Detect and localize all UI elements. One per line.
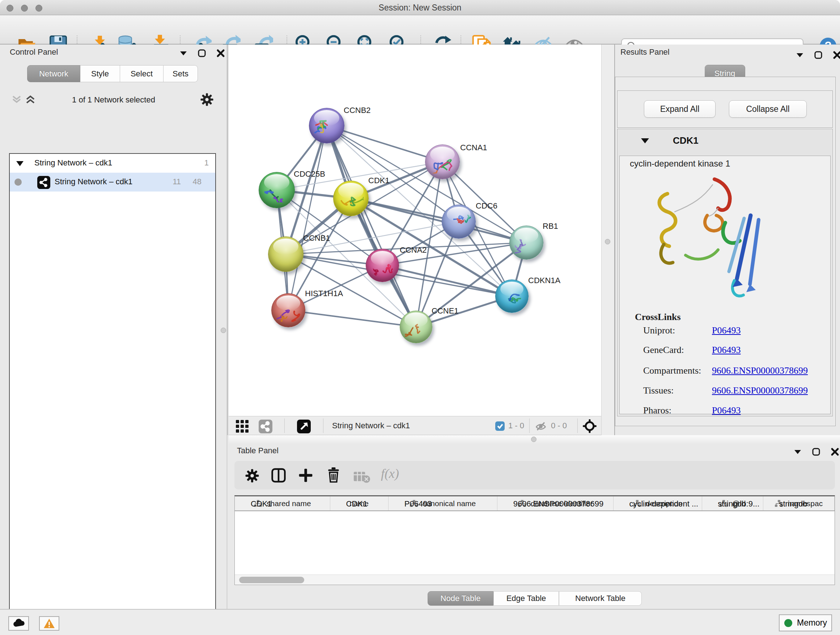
node-label-RB1: RB1 xyxy=(543,222,558,231)
memory-button[interactable]: Memory xyxy=(779,614,832,631)
crosslink-value[interactable]: P06493 xyxy=(712,405,741,416)
network-node-CCNA1[interactable] xyxy=(425,144,460,179)
network-node-CDC6[interactable] xyxy=(442,204,476,239)
results-panel: Results Panel String Expand All Collapse… xyxy=(615,44,840,435)
network-view-toolbar: String Network – cdk1 1 - 0 0 - 0 xyxy=(229,416,601,435)
collapse-gene-icon[interactable] xyxy=(640,137,650,144)
left-splitter[interactable] xyxy=(227,44,229,435)
gene-description: cyclin-dependent kinase 1 xyxy=(630,158,730,169)
close-panel-icon[interactable] xyxy=(831,448,839,456)
network-tree-row[interactable]: String Network – cdk11148 xyxy=(10,173,215,192)
network-tree-row[interactable]: String Network – cdk11 xyxy=(10,154,215,173)
float-panel-icon[interactable] xyxy=(812,448,821,456)
node-label-HIST1H1A: HIST1H1A xyxy=(305,289,343,298)
network-view-canvas[interactable]: CCNB2CCNA1CDC25BCDK1CDC6RB1CCNB1CCNA2CDK… xyxy=(229,44,601,416)
close-panel-icon[interactable] xyxy=(833,51,840,59)
node-label-CCNE1: CCNE1 xyxy=(431,306,459,316)
horizontal-splitter-handle[interactable] xyxy=(531,437,537,442)
window-titlebar[interactable]: Session: New Session xyxy=(0,0,840,15)
crosslink-value[interactable]: 9606.ENSP00000378699 xyxy=(712,365,808,376)
network-icon xyxy=(37,176,50,189)
selected-checkbox-icon[interactable] xyxy=(495,421,505,431)
network-edge xyxy=(288,126,327,310)
crosslink-value[interactable]: P06493 xyxy=(712,325,741,336)
node-label-CDC6: CDC6 xyxy=(476,201,497,211)
memory-label: Memory xyxy=(797,618,827,628)
node-table: shared namenamecanonical namedatabase id… xyxy=(234,495,835,585)
network-node-CCNB1[interactable] xyxy=(268,236,303,272)
crosslink-label: Uniprot: xyxy=(643,325,675,336)
right-splitter-handle[interactable] xyxy=(605,239,610,244)
network-options-gear-icon[interactable] xyxy=(200,92,214,107)
collection-name: String Network – cdk1 xyxy=(34,158,112,168)
network-name: String Network – cdk1 xyxy=(55,177,133,187)
network-node-HIST1H1A[interactable] xyxy=(271,293,305,327)
main-toolbar: ? xyxy=(0,15,840,44)
tab-style[interactable]: Style xyxy=(80,65,120,82)
network-edge xyxy=(288,310,416,327)
tab-network-table[interactable]: Network Table xyxy=(559,591,642,606)
collapse-all-button[interactable]: Collapse All xyxy=(729,100,807,118)
crosslink-value[interactable]: P06493 xyxy=(712,345,741,356)
scrollbar-thumb[interactable] xyxy=(239,577,304,583)
collapse-caret-icon[interactable] xyxy=(16,160,24,167)
network-node-CDKN1A[interactable] xyxy=(495,279,529,313)
status-bar: Memory xyxy=(0,609,840,635)
fit-selected-crosshair-icon[interactable] xyxy=(583,419,597,433)
network-node-CDK1[interactable] xyxy=(333,181,369,216)
float-menu-icon[interactable] xyxy=(180,50,187,56)
crosslink-label: Pharos: xyxy=(643,405,671,416)
network-node-CCNB2[interactable] xyxy=(309,108,344,143)
float-menu-icon[interactable] xyxy=(796,52,804,58)
network-share-icon[interactable] xyxy=(259,420,272,433)
float-panel-icon[interactable] xyxy=(197,49,206,57)
protein-structure-image xyxy=(642,172,780,313)
warnings-button[interactable] xyxy=(39,616,59,631)
node-label-CCNB2: CCNB2 xyxy=(344,106,371,115)
network-node-CCNA2[interactable] xyxy=(366,249,399,282)
table-cell: 9606.ENSP00000378699 xyxy=(497,496,614,511)
delete-table-icon xyxy=(353,470,370,483)
collection-count: 1 xyxy=(204,158,209,168)
grid-mode-icon[interactable] xyxy=(235,420,249,433)
table-toolbar: f(x) xyxy=(234,461,835,489)
results-panel-title: Results Panel xyxy=(621,48,669,57)
hidden-eye-icon xyxy=(535,421,547,432)
window-title: Session: New Session xyxy=(0,3,840,13)
close-panel-icon[interactable] xyxy=(216,49,225,57)
gene-name: CDK1 xyxy=(673,135,699,146)
control-panel: Control Panel NetworkStyleSelectSets 1 o… xyxy=(0,44,227,609)
application-window: Session: New Session ? Control Panel Net… xyxy=(0,0,840,635)
tab-node-table[interactable]: Node Table xyxy=(428,591,493,606)
network-edge xyxy=(327,126,442,162)
delete-column-trash-icon[interactable] xyxy=(325,467,341,483)
crosslink-value[interactable]: 9606.ENSP00000378699 xyxy=(712,385,808,396)
cloud-status-button[interactable] xyxy=(8,616,29,631)
crosslinks-title: CrossLinks xyxy=(635,312,681,323)
table-panel: Table Panel f(x) shared namenamecanonica… xyxy=(229,444,840,609)
network-node-CCNE1[interactable] xyxy=(400,310,432,343)
crosslink-label: Compartments: xyxy=(643,365,701,376)
horizontal-scrollbar[interactable] xyxy=(235,575,835,585)
add-column-icon[interactable] xyxy=(298,467,314,483)
node-label-CCNA1: CCNA1 xyxy=(460,143,487,152)
table-cell: CDK1 xyxy=(330,496,388,511)
network-node-CDC25B[interactable] xyxy=(259,172,295,208)
tab-sets[interactable]: Sets xyxy=(164,65,198,82)
expand-all-button[interactable]: Expand All xyxy=(644,100,715,118)
table-cell: CDK1 xyxy=(235,496,330,511)
float-menu-icon[interactable] xyxy=(794,449,802,455)
birdseye-view-icon[interactable] xyxy=(297,420,311,433)
left-splitter-handle[interactable] xyxy=(221,328,226,333)
tab-edge-table[interactable]: Edge Table xyxy=(493,591,559,606)
show-columns-icon[interactable] xyxy=(271,467,286,483)
memory-status-icon xyxy=(784,619,793,627)
float-panel-icon[interactable] xyxy=(814,51,823,59)
network-tree: String Network – cdk11String Network – c… xyxy=(9,153,216,635)
selected-counts: 1 - 0 xyxy=(508,421,524,431)
table-row[interactable]: CDK1CDK1P064939606.ENSP00000378699cyclin… xyxy=(235,496,835,511)
tab-network[interactable]: Network xyxy=(27,65,80,82)
network-node-RB1[interactable] xyxy=(509,226,543,260)
table-options-gear-icon[interactable] xyxy=(245,468,260,483)
tab-select[interactable]: Select xyxy=(120,65,164,82)
